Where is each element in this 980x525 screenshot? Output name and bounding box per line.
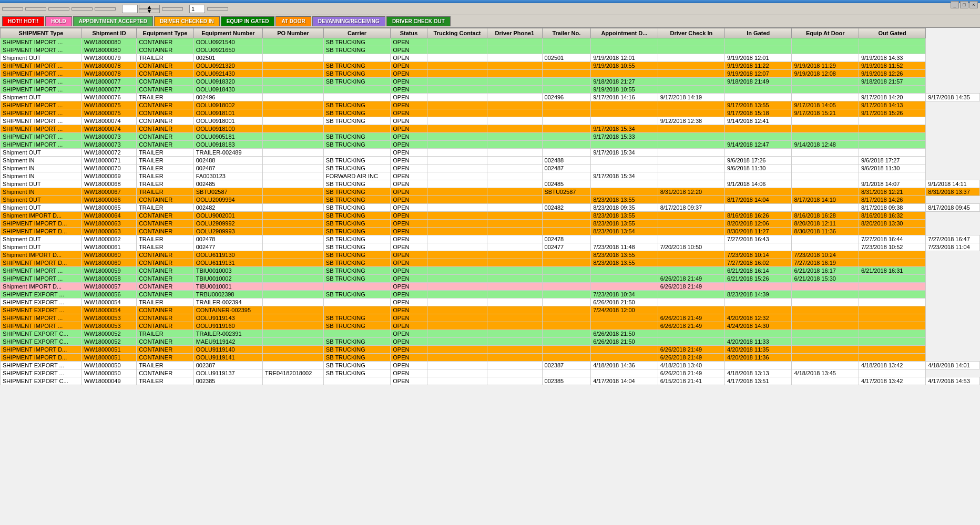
maximize-button[interactable]: □ (960, 1, 968, 8)
table-row[interactable]: SHIPMENT IMPORT D...WW18000063CONTAINERO… (1, 220, 980, 228)
col-header-trucking-contact[interactable]: Trucking Contact (427, 28, 487, 38)
start-button[interactable] (207, 7, 228, 11)
table-row[interactable]: SHIPMENT EXPORT ...WW18000050CONTAINEROO… (1, 369, 980, 377)
table-cell (658, 180, 724, 188)
col-header-in-gated[interactable]: In Gated (725, 28, 792, 38)
table-cell (792, 86, 859, 94)
table-row[interactable]: Shipment IMPORT D...WW18000064CONTAINERO… (1, 212, 980, 220)
table-row[interactable]: SHIPMENT EXPORT C...WW18000049TRAILER002… (1, 377, 980, 385)
table-row[interactable]: SHIPMENT IMPORT ...WW18000074CONTAINEROO… (1, 125, 980, 133)
ok-button[interactable] (2, 7, 23, 11)
table-row[interactable]: SHIPMENT IMPORT ...WW18000074CONTAINEROO… (1, 117, 980, 125)
table-row[interactable]: Shipment IMPORT D...WW18000060CONTAINERO… (1, 251, 980, 259)
table-row[interactable]: Shipment OUTWW18000068TRAILER002485SB TR… (1, 180, 980, 188)
table-cell (427, 369, 487, 377)
col-header-appointment-d...[interactable]: Appointment D... (591, 28, 658, 38)
table-cell (542, 330, 591, 338)
table-row[interactable]: SHIPMENT EXPORT ...WW18000050TRAILER0023… (1, 362, 980, 369)
table-cell (487, 133, 542, 141)
table-row[interactable]: SHIPMENT IMPORT ...WW18000073CONTAINEROO… (1, 133, 980, 141)
table-row[interactable]: Shipment IMPORT D...WW18000057CONTAINERT… (1, 283, 980, 291)
table-cell (487, 298, 542, 306)
col-header-trailer-no.[interactable]: Trailer No. (542, 28, 591, 38)
table-cell: CONTAINER (137, 62, 194, 70)
table-row[interactable]: SHIPMENT IMPORT ...WW18000078CONTAINEROO… (1, 62, 980, 70)
fixed-column-input[interactable] (122, 5, 138, 13)
table-cell (792, 322, 859, 330)
table-row[interactable]: SHIPMENT EXPORT C...WW18000052TRAILERTRA… (1, 330, 980, 338)
table-row[interactable]: Shipment OUTWW18000062TRAILER002478SB TR… (1, 235, 980, 243)
table-row[interactable]: SHIPMENT IMPORT ...WW18000075CONTAINEROO… (1, 109, 980, 117)
table-cell: 002485 (193, 180, 262, 188)
table-cell: 6/26/2018 21:49 (658, 322, 724, 330)
table-row[interactable]: SHIPMENT IMPORT ...WW18000059CONTAINERTB… (1, 267, 980, 275)
table-row[interactable]: SHIPMENT IMPORT ...WW18000075CONTAINEROO… (1, 101, 980, 109)
col-header-carrier[interactable]: Carrier (323, 28, 390, 38)
table-row[interactable]: Shipment OUTWW18000072TRAILERTRAILER-002… (1, 149, 980, 157)
minimize-button[interactable]: _ (951, 1, 959, 8)
table-row[interactable]: Shipment OUTWW18000065TRAILER002482SB TR… (1, 204, 980, 212)
table-cell: 7/23/2018 10:24 (792, 251, 859, 259)
col-header-shipment-id[interactable]: Shipment ID (81, 28, 136, 38)
table-row[interactable]: SHIPMENT IMPORT D...WW18000060CONTAINERO… (1, 259, 980, 267)
table-row[interactable]: SHIPMENT EXPORT ...WW18000054TRAILERTRAI… (1, 298, 980, 306)
col-header-po-number[interactable]: PO Number (263, 28, 324, 38)
table-cell: SB TRUCKING (323, 141, 390, 149)
spin-down-button[interactable]: ▼ (139, 9, 160, 13)
table-cell: WW18000073 (81, 133, 136, 141)
table-row[interactable]: Shipment INWW18000069TRAILERFA0030123FOR… (1, 172, 980, 180)
table-row[interactable]: SHIPMENT IMPORT ...WW18000077CONTAINEROO… (1, 86, 980, 94)
table-row[interactable]: SHIPMENT IMPORT ...WW18000080CONTAINEROO… (1, 46, 980, 54)
table-row[interactable]: SHIPMENT IMPORT ...WW18000073CONTAINEROO… (1, 141, 980, 149)
col-header-status[interactable]: Status (391, 28, 427, 38)
col-header-equip-at-door[interactable]: Equip At Door (792, 28, 859, 38)
table-row[interactable]: Shipment OUTWW18000066CONTAINEROOLU20099… (1, 196, 980, 204)
table-row[interactable]: SHIPMENT IMPORT D...WW18000051CONTAINERO… (1, 346, 980, 354)
col-header-out-gated[interactable]: Out Gated (859, 28, 925, 38)
table-row[interactable]: SHIPMENT EXPORT C...WW18000052CONTAINERM… (1, 338, 980, 346)
cancel-button[interactable] (48, 7, 69, 11)
col-header-equipment-number[interactable]: Equipment Number (193, 28, 262, 38)
table-cell: 9/17/2018 14:35 (926, 94, 980, 101)
table-row[interactable]: Shipment OUTWW18000079TRAILER002501OPEN0… (1, 54, 980, 62)
table-cell (792, 346, 859, 354)
table-row[interactable]: SHIPMENT IMPORT D...WW18000051CONTAINERO… (1, 354, 980, 362)
col-header-equipment-type[interactable]: Equipment Type (137, 28, 194, 38)
refresh-button[interactable] (95, 7, 116, 11)
interval-input[interactable] (189, 5, 205, 13)
col-header-driver-check-in[interactable]: Driver Check In (658, 28, 724, 38)
table-cell: WW18000054 (81, 306, 136, 314)
table-cell (487, 180, 542, 188)
table-row[interactable]: SHIPMENT IMPORT ...WW18000078CONTAINEROO… (1, 70, 980, 78)
table-cell (323, 125, 390, 133)
table-row[interactable]: SHIPMENT IMPORT ...WW18000080CONTAINEROO… (1, 38, 980, 46)
save-button[interactable] (25, 7, 46, 11)
table-row[interactable]: SHIPMENT IMPORT ...WW18000077CONTAINEROO… (1, 78, 980, 86)
col-header-driver-phone1[interactable]: Driver Phone1 (487, 28, 542, 38)
table-container[interactable]: SHIPMENT TypeShipment IDEquipment TypeEq… (0, 28, 980, 513)
table-cell: WW18000067 (81, 188, 136, 196)
table-row[interactable]: Shipment INWW18000067TRAILERSBTU02587SB … (1, 188, 980, 196)
table-cell: OPEN (391, 164, 427, 172)
table-cell: 9/6/2018 17:26 (725, 157, 792, 164)
table-cell: OPEN (391, 220, 427, 228)
col-header-shipment-type[interactable]: SHIPMENT Type (1, 28, 82, 38)
table-row[interactable]: Shipment OUTWW18000061TRAILER002477SB TR… (1, 243, 980, 251)
table-cell (792, 377, 859, 385)
table-row[interactable]: SHIPMENT IMPORT ...WW18000053CONTAINEROO… (1, 314, 980, 322)
table-row[interactable]: SHIPMENT IMPORT D...WW18000063CONTAINERO… (1, 228, 980, 235)
table-row[interactable]: SHIPMENT EXPORT ...WW18000056CONTAINERTR… (1, 291, 980, 298)
table-cell: 9/19/2018 11:29 (792, 62, 859, 70)
close-button[interactable]: × (969, 1, 978, 8)
table-row[interactable]: Shipment INWW18000070TRAILER002487SB TRU… (1, 164, 980, 172)
table-cell (542, 259, 591, 267)
apply-button[interactable] (162, 7, 183, 11)
to-excel-button[interactable] (72, 7, 93, 11)
table-cell (427, 243, 487, 251)
table-cell: OPEN (391, 117, 427, 125)
table-row[interactable]: SHIPMENT IMPORT ...WW18000058CONTAINERTB… (1, 275, 980, 283)
table-row[interactable]: Shipment INWW18000071TRAILER002488SB TRU… (1, 157, 980, 164)
table-row[interactable]: Shipment OUTWW18000076TRAILER002496OPEN0… (1, 94, 980, 101)
table-row[interactable]: SHIPMENT EXPORT ...WW18000054CONTAINERCO… (1, 306, 980, 314)
table-row[interactable]: SHIPMENT IMPORT ...WW18000053CONTAINEROO… (1, 322, 980, 330)
